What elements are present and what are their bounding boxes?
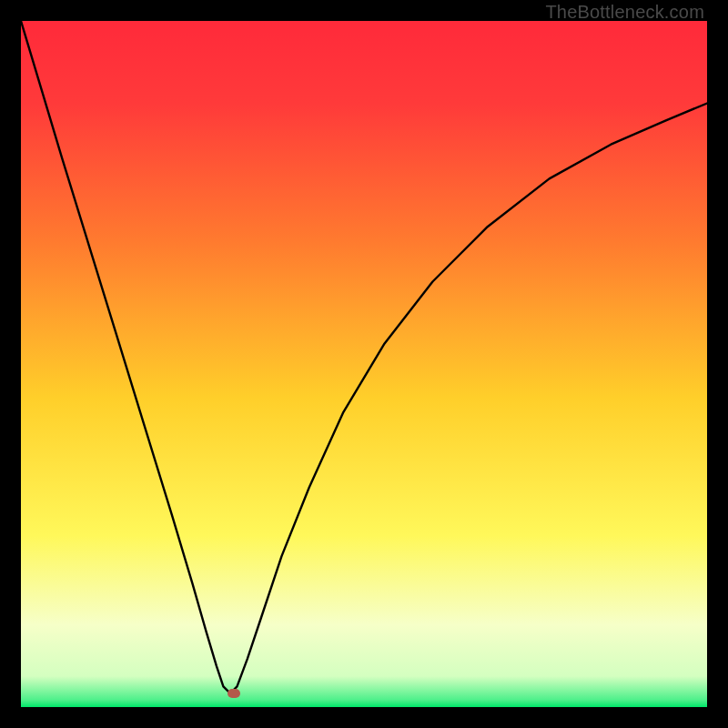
optimum-marker	[228, 689, 240, 698]
chart-frame	[21, 21, 707, 707]
chart-svg	[21, 21, 707, 707]
watermark-text: TheBottleneck.com	[545, 2, 704, 23]
gradient-background	[21, 21, 707, 707]
